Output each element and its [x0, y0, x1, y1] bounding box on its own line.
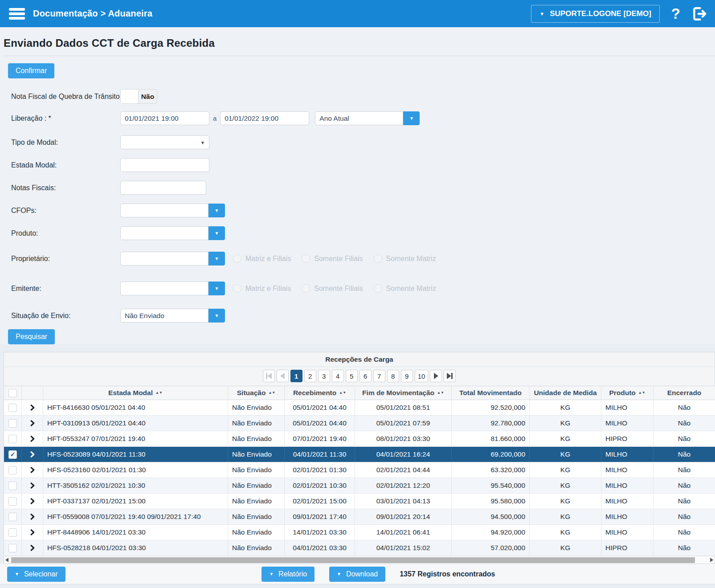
emitente-radio-somente-matriz[interactable]: Somente Matriz — [374, 284, 436, 293]
page-button-7[interactable]: 7 — [373, 370, 385, 382]
horizontal-scrollbar[interactable] — [4, 556, 715, 564]
table-row[interactable]: ✓ HFT-8416630 05/01/2021 04:40 Não Envia… — [4, 400, 715, 416]
sort-icon[interactable]: ▲▼ — [638, 392, 646, 394]
liberacao-from-input[interactable] — [120, 111, 209, 125]
page-button-2[interactable]: 2 — [304, 370, 316, 382]
sort-icon[interactable]: ▲▼ — [268, 392, 275, 394]
report-button[interactable]: ▼Relatório — [261, 567, 315, 582]
expand-row-icon[interactable] — [30, 529, 35, 536]
chevron-down-icon: ▼ — [15, 572, 19, 576]
cell-produto: MILHO — [601, 462, 654, 478]
column-header-estada-modal[interactable]: Estada Modal▲▼ — [43, 386, 228, 400]
expand-row-icon[interactable] — [30, 482, 35, 489]
notas-fiscais-input[interactable] — [120, 181, 206, 195]
sort-icon[interactable]: ▲▼ — [155, 392, 163, 394]
logout-icon[interactable] — [692, 6, 707, 21]
sort-icon[interactable]: ▲▼ — [339, 392, 346, 394]
table-row[interactable]: ✓ HPT-0310913 05/01/2021 04:40 Não Envia… — [4, 416, 715, 431]
proprietario-radio-somente-matriz[interactable]: Somente Matriz — [374, 254, 436, 263]
column-header-fim-de-movimentacao[interactable]: Fim de Movimentação▲▼ — [355, 386, 452, 400]
estada-modal-input[interactable] — [120, 158, 209, 172]
page-button-3[interactable]: 3 — [318, 370, 330, 382]
liberacao-to-input[interactable] — [220, 111, 309, 125]
cell-fim-de-movimentacao: 09/01/2021 20:14 — [355, 509, 452, 524]
next-page-button[interactable] — [430, 370, 442, 382]
emitente-dropdown-button[interactable]: ▼ — [208, 282, 225, 295]
scroll-left-icon[interactable] — [5, 558, 8, 562]
first-page-button[interactable] — [263, 370, 275, 382]
proprietario-input[interactable] — [120, 252, 208, 265]
row-checkbox[interactable]: ✓ — [8, 404, 17, 412]
table-row[interactable]: ✓ HPT-8448906 14/01/2021 03:30 Não Envia… — [4, 525, 715, 540]
expand-row-icon[interactable] — [30, 451, 35, 458]
column-header-recebimento[interactable]: Recebimento▲▼ — [285, 386, 355, 400]
row-checkbox[interactable]: ✓ — [8, 419, 17, 428]
row-checkbox[interactable]: ✓ — [8, 435, 17, 443]
page-button-10[interactable]: 10 — [415, 370, 429, 382]
table-row[interactable]: ✓ HTT-3505162 02/01/2021 10:30 Não Envia… — [4, 478, 715, 494]
hamburger-menu-icon[interactable] — [9, 8, 25, 20]
chevron-down-icon: ▼ — [269, 572, 274, 576]
expand-row-icon[interactable] — [30, 420, 35, 427]
cell-situacao: Não Enviado — [228, 431, 285, 446]
column-header-produto[interactable]: Produto▲▼ — [601, 386, 654, 400]
emitente-radio-somente-filiais[interactable]: Somente Filiais — [302, 284, 363, 293]
table-row[interactable]: ✓ HFT-0559008 07/01/2021 19:40 09/01/202… — [4, 509, 715, 525]
expand-row-icon[interactable] — [30, 404, 35, 411]
row-checkbox[interactable]: ✓ — [8, 513, 17, 521]
nota-fiscal-toggle[interactable]: Não — [120, 89, 157, 104]
previous-page-button[interactable] — [277, 370, 289, 382]
table-row[interactable]: ✓ HFS-0528218 04/01/2021 03:30 Não Envia… — [4, 540, 715, 556]
tipo-modal-select[interactable]: ▼ — [120, 135, 209, 149]
page-button-6[interactable]: 6 — [360, 370, 372, 382]
expand-row-icon[interactable] — [30, 466, 35, 474]
page-button-4[interactable]: 4 — [332, 370, 344, 382]
page-button-1[interactable]: 1 — [290, 370, 302, 382]
row-checkbox[interactable]: ✓ — [8, 544, 17, 552]
table-row[interactable]: ✓ HFS-0523089 04/01/2021 11:30 Não Envia… — [4, 447, 715, 462]
liberacao-preset-input[interactable] — [315, 111, 403, 125]
cfops-input[interactable] — [120, 204, 208, 217]
produto-dropdown-button[interactable]: ▼ — [208, 226, 225, 240]
page-button-8[interactable]: 8 — [387, 370, 399, 382]
row-checkbox[interactable]: ✓ — [8, 528, 17, 537]
sort-icon[interactable]: ▲▼ — [437, 392, 444, 394]
cfops-dropdown-button[interactable]: ▼ — [208, 204, 225, 217]
select-button[interactable]: ▼Selecionar — [7, 567, 65, 582]
column-header-situacao[interactable]: Situação▲▼ — [228, 386, 285, 400]
download-button[interactable]: ▼Download — [329, 567, 385, 582]
proprietario-radio-somente-filiais[interactable]: Somente Filiais — [302, 254, 363, 263]
liberacao-preset-combo: ▼ — [315, 111, 420, 125]
table-row[interactable]: ✓ HFS-0523160 02/01/2021 01:30 Não Envia… — [4, 462, 715, 478]
select-all-checkbox[interactable]: ✓ — [8, 389, 17, 397]
scrollbar-thumb[interactable] — [11, 557, 695, 563]
situacao-envio-input[interactable] — [120, 309, 208, 323]
page-button-9[interactable]: 9 — [401, 370, 413, 382]
table-row[interactable]: ✓ HFT-0553247 07/01/2021 19:40 Não Envia… — [4, 431, 715, 447]
scroll-right-icon[interactable] — [710, 558, 713, 562]
row-checkbox[interactable]: ✓ — [8, 497, 17, 506]
row-checkbox[interactable]: ✓ — [8, 466, 17, 474]
search-button[interactable]: Pesquisar — [8, 329, 55, 344]
proprietario-dropdown-button[interactable]: ▼ — [208, 252, 225, 265]
expand-row-icon[interactable] — [30, 513, 35, 520]
help-icon[interactable]: ? — [671, 6, 680, 21]
expand-row-icon[interactable] — [30, 435, 35, 442]
situacao-envio-dropdown-button[interactable]: ▼ — [208, 309, 225, 323]
last-page-button[interactable] — [444, 370, 456, 382]
emitente-input[interactable] — [120, 282, 208, 295]
user-menu-button[interactable]: ▼ SUPORTE.LOGONE [DEMO] — [531, 5, 660, 23]
liberacao-preset-dropdown-button[interactable]: ▼ — [403, 111, 420, 125]
emitente-radio-matriz-e-filiais[interactable]: Matriz e Filiais — [233, 284, 291, 293]
table-row[interactable]: ✓ HPT-0337137 02/01/2021 15:00 Não Envia… — [4, 494, 715, 509]
row-checkbox[interactable]: ✓ — [8, 450, 17, 459]
expand-row-icon[interactable] — [30, 544, 35, 551]
row-checkbox[interactable]: ✓ — [8, 482, 17, 490]
expand-row-icon[interactable] — [30, 498, 35, 505]
page-button-5[interactable]: 5 — [346, 370, 358, 382]
confirm-button[interactable]: Confirmar — [8, 63, 54, 78]
cell-unidade-de-medida: KG — [530, 494, 601, 509]
cell-fim-de-movimentacao: 04/01/2021 15:02 — [355, 540, 452, 555]
proprietario-radio-matriz-e-filiais[interactable]: Matriz e Filiais — [233, 254, 291, 263]
produto-input[interactable] — [120, 226, 208, 240]
